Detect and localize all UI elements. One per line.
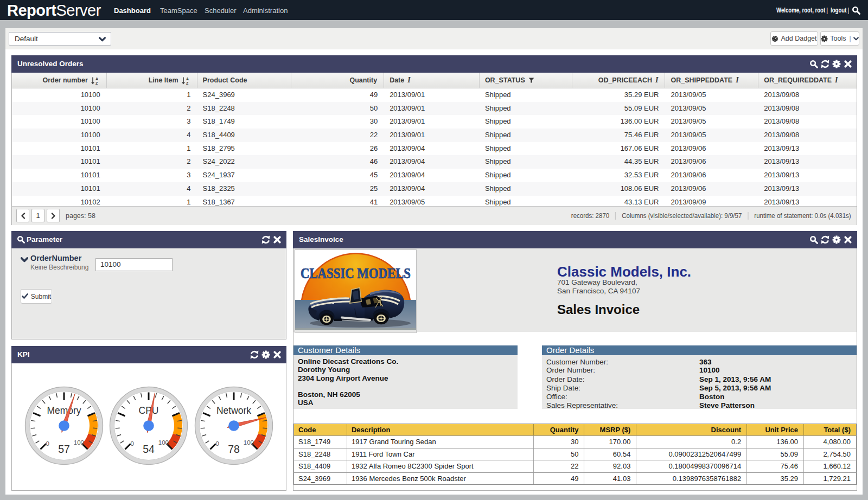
svg-text:Memory: Memory [47,405,81,416]
svg-text:CPU: CPU [139,405,159,416]
svg-text:Z: Z [95,81,98,85]
svg-text:CLASSIC MODELS: CLASSIC MODELS [301,265,411,281]
svg-text:Network: Network [216,405,251,416]
svg-text:57: 57 [58,443,70,455]
svg-text:78: 78 [228,443,240,455]
svg-text:Z: Z [186,81,189,85]
svg-text:A: A [95,76,98,80]
svg-text:100: 100 [74,439,84,446]
svg-text:100: 100 [158,439,169,446]
svg-text:0: 0 [46,440,49,447]
svg-text:100: 100 [244,439,254,446]
svg-text:54: 54 [143,443,155,455]
svg-text:0: 0 [130,440,133,447]
svg-text:0: 0 [215,440,219,447]
svg-text:A: A [186,76,189,80]
